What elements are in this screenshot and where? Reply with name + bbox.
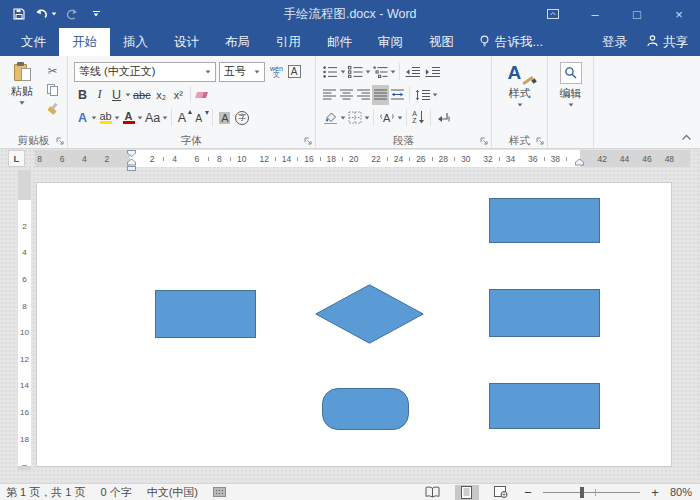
keyboard-input-icon[interactable] xyxy=(213,487,226,497)
line-spacing-dropdown-icon[interactable] xyxy=(433,93,438,96)
ribbon-display-options-icon[interactable] xyxy=(532,0,574,28)
language-indicator[interactable]: 中文(中国) xyxy=(147,485,198,500)
justify-button[interactable] xyxy=(372,85,389,105)
highlight-button[interactable]: ab xyxy=(97,108,114,128)
decrease-indent-button[interactable] xyxy=(403,62,423,82)
align-left-button[interactable] xyxy=(321,85,338,105)
increase-indent-button[interactable] xyxy=(423,62,443,82)
font-name-combo[interactable]: 等线 (中文正文) xyxy=(74,62,216,82)
redo-button[interactable] xyxy=(63,4,81,24)
page-indicator[interactable]: 第 1 页，共 1 页 xyxy=(6,485,85,500)
editing-button[interactable]: 编辑 xyxy=(560,62,582,107)
paragraph-dialog-launcher-icon[interactable] xyxy=(479,136,489,146)
highlight-dropdown-icon[interactable] xyxy=(115,116,120,119)
line-spacing-button[interactable] xyxy=(413,85,432,105)
shrink-font-button[interactable]: A xyxy=(192,108,209,128)
tab-insert[interactable]: 插入 xyxy=(110,28,161,56)
bullets-button[interactable] xyxy=(321,62,340,82)
clipboard-dialog-launcher-icon[interactable] xyxy=(55,136,65,146)
shading-dropdown-icon[interactable] xyxy=(341,116,346,119)
cut-icon[interactable]: ✂ xyxy=(44,63,62,79)
minimize-button[interactable]: – xyxy=(574,0,616,28)
undo-button[interactable] xyxy=(34,4,57,24)
font-color-dropdown-icon[interactable] xyxy=(138,116,143,119)
web-layout-icon[interactable] xyxy=(489,485,513,500)
strikethrough-button[interactable]: abc xyxy=(131,85,153,105)
align-center-button[interactable] xyxy=(338,85,355,105)
horizontal-ruler[interactable]: 8642 2468101214161820222426283032343638 … xyxy=(35,150,690,167)
zoom-in-button[interactable]: + xyxy=(650,485,660,500)
multilevel-dropdown-icon[interactable] xyxy=(391,70,396,73)
grow-font-button[interactable]: A xyxy=(175,108,192,128)
tell-me-box[interactable]: 告诉我... xyxy=(467,28,555,56)
styles-button[interactable]: A 样式 xyxy=(508,62,532,107)
bullets-dropdown-icon[interactable] xyxy=(341,70,346,73)
rounded-rectangle-shape[interactable] xyxy=(322,388,409,430)
rectangle-shape[interactable] xyxy=(489,198,600,243)
underline-dropdown-icon[interactable] xyxy=(126,93,131,96)
rectangle-shape[interactable] xyxy=(155,290,256,338)
text-effects-button[interactable]: A xyxy=(74,108,91,128)
sort-button[interactable]: AZ xyxy=(410,108,427,128)
styles-dialog-launcher-icon[interactable] xyxy=(535,136,545,146)
customize-quick-access-icon[interactable] xyxy=(87,4,105,24)
collapse-ribbon-icon[interactable] xyxy=(681,130,692,144)
italic-button[interactable]: I xyxy=(91,85,108,105)
font-dialog-launcher-icon[interactable] xyxy=(303,136,313,146)
copy-icon[interactable] xyxy=(44,82,62,98)
clear-formatting-button[interactable] xyxy=(194,85,211,105)
numbering-dropdown-icon[interactable] xyxy=(366,70,371,73)
font-color-button[interactable]: A xyxy=(120,108,137,128)
tab-layout[interactable]: 布局 xyxy=(212,28,263,56)
tab-view[interactable]: 视图 xyxy=(416,28,467,56)
format-painter-icon[interactable] xyxy=(44,101,62,117)
zoom-level[interactable]: 80% xyxy=(670,486,692,498)
character-border-icon[interactable]: A xyxy=(288,65,301,78)
text-effects-dropdown-icon[interactable] xyxy=(92,116,97,119)
sign-in-link[interactable]: 登录 xyxy=(590,28,639,56)
left-indent-marker[interactable] xyxy=(127,166,136,171)
diamond-shape[interactable] xyxy=(315,284,424,344)
zoom-out-button[interactable]: − xyxy=(523,485,533,500)
rectangle-shape[interactable] xyxy=(489,383,600,429)
distributed-button[interactable] xyxy=(389,85,406,105)
word-count[interactable]: 0 个字 xyxy=(100,485,131,500)
show-hide-marks-button[interactable] xyxy=(434,108,452,128)
borders-dropdown-icon[interactable] xyxy=(365,116,370,119)
tab-design[interactable]: 设计 xyxy=(161,28,212,56)
zoom-slider-thumb[interactable] xyxy=(580,487,584,498)
tab-file[interactable]: 文件 xyxy=(8,28,59,56)
multilevel-list-button[interactable] xyxy=(371,62,390,82)
rectangle-shape[interactable] xyxy=(489,289,600,337)
asian-layout-button[interactable]: A xyxy=(377,108,397,128)
share-button[interactable]: 共享 xyxy=(639,28,700,56)
save-icon[interactable] xyxy=(10,4,28,24)
tab-stop-selector[interactable]: L xyxy=(8,150,25,167)
character-shading-button[interactable]: A xyxy=(216,108,233,128)
enclose-characters-button[interactable]: 字 xyxy=(233,108,251,128)
change-case-dropdown-icon[interactable] xyxy=(163,116,168,119)
shading-button[interactable] xyxy=(321,108,340,128)
tab-home[interactable]: 开始 xyxy=(59,28,110,56)
vertical-ruler[interactable]: 24681012141618 xyxy=(18,170,31,470)
change-case-button[interactable]: Aa xyxy=(143,108,162,128)
subscript-button[interactable]: x₂ xyxy=(153,85,170,105)
tab-review[interactable]: 审阅 xyxy=(365,28,416,56)
phonetic-guide-icon[interactable]: wén文 xyxy=(270,66,283,78)
paste-button[interactable]: 粘贴 xyxy=(4,60,40,133)
undo-dropdown-icon[interactable] xyxy=(52,12,57,15)
underline-button[interactable]: U xyxy=(108,85,125,105)
font-size-combo[interactable]: 五号 xyxy=(219,62,265,82)
numbering-button[interactable] xyxy=(346,62,365,82)
tab-mailings[interactable]: 邮件 xyxy=(314,28,365,56)
bold-button[interactable]: B xyxy=(74,85,91,105)
tab-references[interactable]: 引用 xyxy=(263,28,314,56)
superscript-button[interactable]: x² xyxy=(170,85,187,105)
borders-button[interactable] xyxy=(346,108,364,128)
read-mode-icon[interactable] xyxy=(421,485,445,500)
close-button[interactable]: × xyxy=(658,0,700,28)
asian-layout-dropdown-icon[interactable] xyxy=(398,116,403,119)
zoom-slider[interactable] xyxy=(543,486,640,499)
align-right-button[interactable] xyxy=(355,85,372,105)
print-layout-icon[interactable] xyxy=(455,485,479,500)
